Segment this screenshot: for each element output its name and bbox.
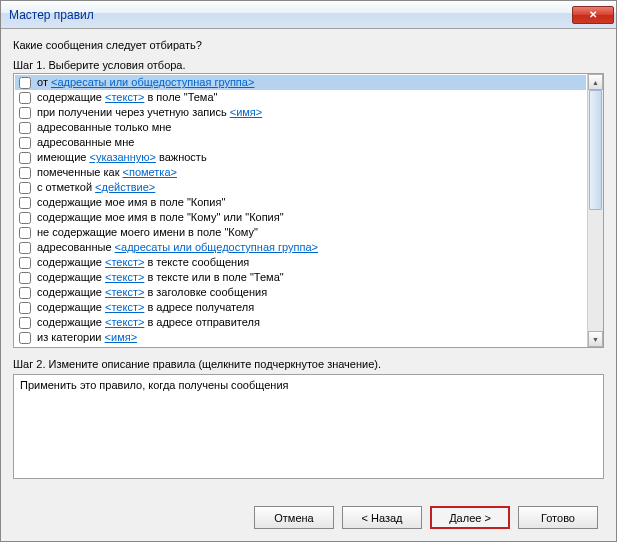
condition-link[interactable]: <текст> [105, 301, 144, 313]
condition-row[interactable]: из категории <имя> [15, 330, 586, 345]
condition-row[interactable]: содержащие <текст> в тексте или в поле "… [15, 270, 586, 285]
condition-text: содержащие <текст> в тексте сообщения [37, 255, 249, 270]
condition-checkbox[interactable] [19, 257, 31, 269]
condition-text: с отметкой <действие> [37, 180, 155, 195]
scroll-thumb[interactable] [589, 90, 602, 210]
condition-checkbox[interactable] [19, 92, 31, 104]
condition-checkbox[interactable] [19, 137, 31, 149]
condition-text: имеющие <указанную> важность [37, 150, 207, 165]
condition-row[interactable]: содержащие мое имя в поле "Копия" [15, 195, 586, 210]
content-area: Какие сообщения следует отбирать? Шаг 1.… [1, 29, 616, 541]
condition-row[interactable]: адресованные мне [15, 135, 586, 150]
condition-checkbox[interactable] [19, 317, 31, 329]
description-text: Применить это правило, когда получены со… [20, 379, 597, 391]
condition-row[interactable]: при получении через учетную запись <имя> [15, 105, 586, 120]
condition-row[interactable]: адресованные <адресаты или общедоступная… [15, 240, 586, 255]
button-row: Отмена < Назад Далее > Готово [13, 496, 604, 541]
condition-text: содержащие <текст> в тексте или в поле "… [37, 270, 284, 285]
condition-text: адресованные мне [37, 135, 134, 150]
condition-row[interactable]: содержащие мое имя в поле "Кому" или "Ко… [15, 210, 586, 225]
condition-link[interactable]: <адресаты или общедоступная группа> [115, 241, 318, 253]
cancel-button[interactable]: Отмена [254, 506, 334, 529]
vertical-scrollbar[interactable]: ▲ ▼ [587, 74, 603, 347]
condition-link[interactable]: <адресаты или общедоступная группа> [51, 76, 254, 88]
description-box[interactable]: Применить это правило, когда получены со… [13, 374, 604, 479]
condition-checkbox[interactable] [19, 242, 31, 254]
condition-checkbox[interactable] [19, 272, 31, 284]
condition-row[interactable]: содержащие <текст> в адресе получателя [15, 300, 586, 315]
rules-wizard-dialog: Мастер правил ✕ Какие сообщения следует … [0, 0, 617, 542]
conditions-list[interactable]: от <адресаты или общедоступная группа>со… [14, 74, 587, 347]
condition-row[interactable]: содержащие <текст> в адресе отправителя [15, 315, 586, 330]
condition-row[interactable]: от <адресаты или общедоступная группа> [15, 75, 586, 90]
condition-link[interactable]: <указанную> [89, 151, 155, 163]
condition-link[interactable]: <имя> [105, 331, 138, 343]
condition-checkbox[interactable] [19, 152, 31, 164]
condition-text: содержащие <текст> в адресе получателя [37, 300, 254, 315]
condition-link[interactable]: <текст> [105, 316, 144, 328]
condition-checkbox[interactable] [19, 167, 31, 179]
condition-checkbox[interactable] [19, 302, 31, 314]
condition-text: содержащие <текст> в адресе отправителя [37, 315, 260, 330]
condition-row[interactable]: имеющие <указанную> важность [15, 150, 586, 165]
condition-checkbox[interactable] [19, 212, 31, 224]
condition-row[interactable]: не содержащие моего имени в поле "Кому" [15, 225, 586, 240]
step1-label: Шаг 1. Выберите условия отбора. [13, 59, 604, 71]
step2-label: Шаг 2. Измените описание правила (щелкни… [13, 358, 604, 370]
condition-checkbox[interactable] [19, 122, 31, 134]
condition-link[interactable]: <текст> [105, 271, 144, 283]
condition-link[interactable]: <действие> [95, 181, 155, 193]
condition-checkbox[interactable] [19, 227, 31, 239]
condition-text: содержащие мое имя в поле "Кому" или "Ко… [37, 210, 284, 225]
window-title: Мастер правил [9, 8, 572, 22]
condition-link[interactable]: <текст> [105, 256, 144, 268]
scroll-down-button[interactable]: ▼ [588, 331, 603, 347]
back-button[interactable]: < Назад [342, 506, 422, 529]
condition-row[interactable]: содержащие <текст> в тексте сообщения [15, 255, 586, 270]
condition-text: адресованные <адресаты или общедоступная… [37, 240, 318, 255]
condition-link[interactable]: <текст> [105, 286, 144, 298]
condition-text: адресованные только мне [37, 120, 171, 135]
condition-checkbox[interactable] [19, 77, 31, 89]
condition-row[interactable]: содержащие <текст> в заголовке сообщения [15, 285, 586, 300]
condition-checkbox[interactable] [19, 332, 31, 344]
condition-row[interactable]: содержащие <текст> в поле "Тема" [15, 90, 586, 105]
close-button[interactable]: ✕ [572, 6, 614, 24]
condition-text: при получении через учетную запись <имя> [37, 105, 262, 120]
finish-button[interactable]: Готово [518, 506, 598, 529]
condition-link[interactable]: <текст> [105, 91, 144, 103]
condition-checkbox[interactable] [19, 197, 31, 209]
question-label: Какие сообщения следует отбирать? [13, 39, 604, 51]
condition-row[interactable]: с отметкой <действие> [15, 180, 586, 195]
next-button[interactable]: Далее > [430, 506, 510, 529]
condition-text: от <адресаты или общедоступная группа> [37, 75, 254, 90]
condition-row[interactable]: адресованные только мне [15, 120, 586, 135]
condition-text: содержащие <текст> в заголовке сообщения [37, 285, 267, 300]
condition-text: не содержащие моего имени в поле "Кому" [37, 225, 258, 240]
condition-link[interactable]: <пометка> [123, 166, 177, 178]
conditions-listbox: от <адресаты или общедоступная группа>со… [13, 73, 604, 348]
condition-text: содержащие мое имя в поле "Копия" [37, 195, 225, 210]
condition-text: содержащие <текст> в поле "Тема" [37, 90, 217, 105]
condition-checkbox[interactable] [19, 287, 31, 299]
titlebar: Мастер правил ✕ [1, 1, 616, 29]
close-icon: ✕ [589, 9, 597, 20]
condition-checkbox[interactable] [19, 107, 31, 119]
scroll-up-button[interactable]: ▲ [588, 74, 603, 90]
condition-link[interactable]: <имя> [230, 106, 263, 118]
condition-row[interactable]: помеченные как <пометка> [15, 165, 586, 180]
condition-text: помеченные как <пометка> [37, 165, 177, 180]
condition-checkbox[interactable] [19, 182, 31, 194]
condition-text: из категории <имя> [37, 330, 137, 345]
